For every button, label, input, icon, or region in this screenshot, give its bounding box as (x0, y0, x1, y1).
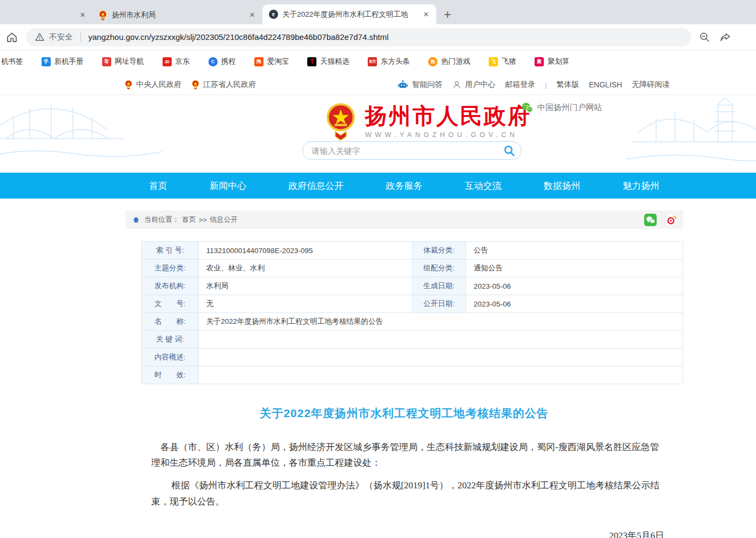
bookmark-favicon: 淘 (254, 57, 264, 66)
meta-label: 关 键 词: (142, 331, 199, 348)
nav-item-data[interactable]: 数据扬州 (544, 180, 580, 192)
tab-title: 关于2022年度扬州市水利工程文明工地 (282, 10, 416, 19)
article-body: 各县（市、区）水利（务）局，扬州经济开发区城乡事务管理局，生态科技新城规划建设局… (151, 439, 664, 538)
close-icon[interactable]: × (420, 9, 432, 21)
bookmark-item[interactable]: 聚 聚划算 (535, 57, 570, 66)
national-emblem-logo (324, 102, 357, 141)
bookmark-label: 天猫精选 (320, 57, 349, 66)
address-bar-actions (699, 31, 731, 43)
meta-value: 11321000014407098E-2023-095 (199, 242, 413, 259)
tab-shuiliju[interactable]: 扬州市水利局 × (92, 6, 262, 24)
bookmark-item[interactable]: 飞 飞猪 (489, 57, 516, 66)
tab-active-announcement[interactable]: e 关于2022年度扬州市水利工程文明工地 × (262, 4, 436, 24)
site-logo[interactable]: 扬州市人民政府 WWW.YANGZHOU.GOV.CN (324, 102, 531, 141)
link-smart-qa[interactable]: 智能问答 (397, 79, 442, 90)
new-tab-button[interactable]: + (444, 9, 451, 20)
meta-value: 通知公告 (466, 260, 684, 277)
bookmark-item[interactable]: 东方 东方头条 (368, 57, 410, 66)
meta-value: 农业、林业、水利 (199, 260, 413, 277)
nav-item-news[interactable]: 新闻中心 (210, 180, 246, 192)
robot-icon (397, 79, 409, 90)
meta-value: 水利局 (199, 277, 413, 295)
link-central-gov[interactable]: 中央人民政府 (124, 80, 181, 90)
breadcrumb-separator: >> (199, 216, 207, 224)
link-traditional[interactable]: 繁体版 (557, 80, 579, 90)
breadcrumb: 当前位置： 首页 >> 信息公开 (125, 210, 683, 229)
meta-label: 体裁分类: (413, 242, 466, 259)
url-omnibox[interactable]: 不安全 yangzhou.gov.cn/yzszxxgk/slj/202305/… (26, 28, 691, 46)
link-english[interactable]: ENGLISH (589, 80, 622, 89)
table-row: 关 键 词: (142, 331, 683, 349)
bookmark-item[interactable]: 热 热门游戏 (428, 57, 470, 66)
search-icon[interactable] (503, 145, 516, 157)
tab-partial[interactable]: × (0, 6, 92, 24)
bookmark-favicon: 东方 (368, 57, 377, 66)
breadcrumb-current[interactable]: 信息公开 (210, 215, 238, 224)
document-meta-table: 索 引 号: 11321000014407098E-2023-095 体裁分类:… (141, 241, 683, 384)
site-search (302, 141, 522, 160)
meta-label: 组配分类: (413, 260, 466, 277)
national-emblem-icon (124, 80, 133, 90)
warning-icon (35, 32, 45, 42)
table-row: 发布机构: 水利局 生成日期: 2023-05-06 (142, 277, 683, 295)
bookmark-label: 京东 (176, 57, 190, 66)
nav-item-home[interactable]: 首页 (149, 180, 167, 192)
search-input[interactable] (312, 146, 503, 155)
table-row: 时 效: (142, 366, 683, 384)
bookmark-item[interactable]: 手 新机手册 (42, 57, 84, 66)
meta-label: 生成日期: (413, 277, 466, 295)
link-accessibility[interactable]: 无障碍阅读 (632, 80, 670, 90)
security-label[interactable]: 不安全 (49, 32, 73, 42)
home-icon (132, 215, 140, 224)
nav-item-charm[interactable]: 魅力扬州 (623, 180, 659, 192)
bookmark-item[interactable]: JD 京东 (163, 57, 190, 66)
site-utility-bar: 中央人民政府 江苏省人民政府 智能问答 用户中心 邮箱登录 | 繁体版 ENGL… (0, 75, 756, 95)
meta-label: 发布机构: (142, 277, 199, 295)
utility-divider: | (545, 81, 546, 89)
meta-value (199, 349, 684, 366)
bookmark-favicon: 导 (102, 57, 111, 66)
bookmark-item[interactable]: T 天猫精选 (307, 57, 349, 66)
weibo-share-icon[interactable] (665, 214, 678, 226)
home-icon[interactable] (5, 31, 18, 44)
nav-item-interaction[interactable]: 互动交流 (465, 180, 502, 192)
bookmark-favicon: 聚 (535, 57, 544, 66)
meta-value: 公告 (466, 242, 684, 259)
omnibox-divider (80, 32, 81, 42)
bookmark-label: 机书签 (1, 57, 23, 66)
close-icon[interactable]: × (77, 9, 89, 21)
nav-item-services[interactable]: 政务服务 (386, 180, 422, 192)
zoom-out-icon[interactable] (699, 31, 711, 43)
share-icon[interactable] (719, 31, 731, 43)
meta-label: 主题分类: (142, 260, 199, 277)
meta-label: 时 效: (142, 366, 199, 384)
bookmark-item[interactable]: 导 网址导航 (102, 57, 144, 66)
tab-title: 扬州市水利局 (112, 10, 242, 20)
bookmark-favicon: C (208, 57, 218, 66)
page-content: 当前位置： 首页 >> 信息公开 索 引 号: 1132100001440709… (0, 199, 756, 538)
portal-link[interactable]: 中国扬州门户网站 (522, 102, 602, 113)
wechat-share-icon[interactable] (644, 214, 657, 226)
meta-value: 2023-05-06 (466, 277, 684, 295)
link-mail-login[interactable]: 邮箱登录 (505, 80, 535, 90)
meta-value: 2023-05-06 (466, 295, 684, 312)
meta-value (199, 331, 684, 348)
site-header: 扬州市人民政府 WWW.YANGZHOU.GOV.CN 中国扬州门户网站 (0, 96, 756, 173)
bookmark-item[interactable]: 淘 爱淘宝 (254, 57, 289, 66)
link-jiangsu-gov[interactable]: 江苏省人民政府 (191, 80, 256, 90)
gov-link-label: 江苏省人民政府 (203, 80, 256, 90)
link-user-center[interactable]: 用户中心 (452, 80, 495, 90)
meta-label: 内容概述: (142, 349, 199, 366)
bookmark-label: 爱淘宝 (267, 57, 289, 66)
bookmark-item[interactable]: C 携程 (208, 57, 236, 66)
person-icon (452, 80, 462, 90)
close-icon[interactable]: × (246, 9, 258, 21)
bookmark-favicon: JD (163, 57, 172, 66)
meta-label: 名 称: (142, 313, 199, 330)
browser-tab-bar: × 扬州市水利局 × e 关于2022年度扬州市水利工程文明工地 × + (0, 0, 756, 24)
bookmarks-bar: 机书签 手 新机手册 导 网址导航 JD 京东 C 携程 淘 爱淘宝 T 天猫精… (0, 50, 756, 73)
breadcrumb-home-link[interactable]: 首页 (182, 215, 196, 224)
nav-item-info-disclosure[interactable]: 政府信息公开 (288, 180, 343, 192)
bookmark-item[interactable]: 机书签 (1, 57, 23, 66)
url-text[interactable]: yangzhou.gov.cn/yzszxxgk/slj/202305/210c… (89, 32, 389, 42)
